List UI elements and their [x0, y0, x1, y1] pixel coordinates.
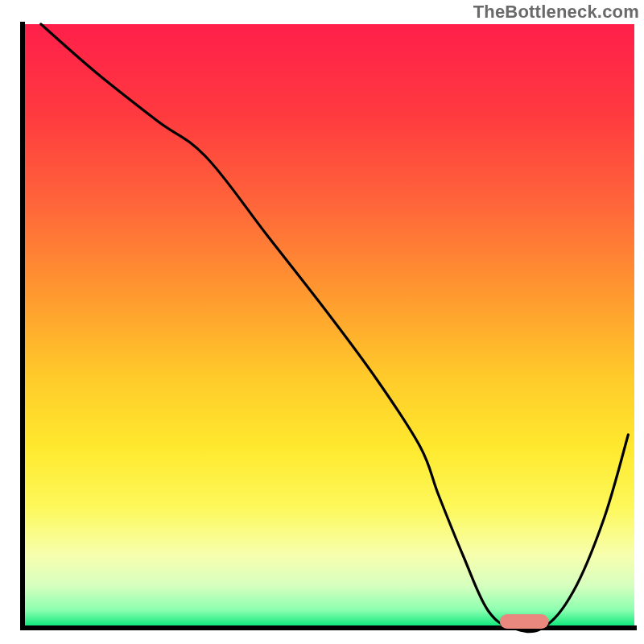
- chart-container: TheBottleneck.com: [0, 0, 644, 644]
- gradient-background: [23, 24, 634, 628]
- optimal-range-marker: [500, 614, 549, 629]
- watermark-text: TheBottleneck.com: [473, 2, 639, 23]
- bottleneck-chart: [0, 0, 644, 644]
